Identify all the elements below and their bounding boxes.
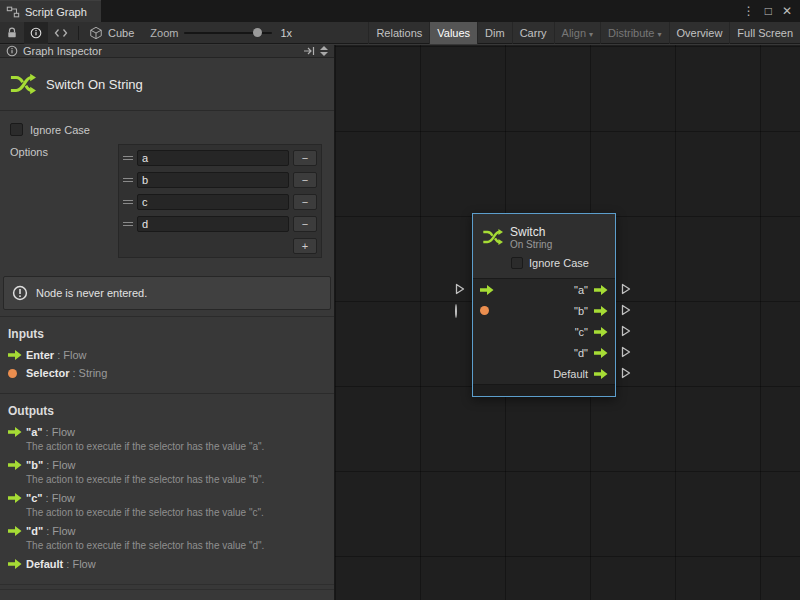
zoom-slider[interactable] (184, 28, 272, 38)
zoom-label: Zoom (150, 27, 178, 39)
carry-toggle[interactable]: Carry (512, 22, 554, 44)
ignore-case-checkbox[interactable] (511, 257, 523, 269)
ignore-case-row: Ignore Case (10, 123, 334, 136)
tab-script-graph[interactable]: Script Graph (0, 0, 101, 22)
port-name: "a" (26, 426, 43, 438)
option-input[interactable] (137, 216, 289, 232)
remove-option-button[interactable]: − (293, 172, 317, 188)
distribute-dropdown[interactable]: Distribute▾ (600, 22, 668, 44)
type-separator: : (63, 558, 72, 570)
window-controls: ⋮ □ ✕ (743, 0, 800, 22)
drag-handle-icon[interactable] (123, 178, 133, 182)
flow-port-icon (8, 558, 22, 570)
lock-button[interactable] (0, 22, 24, 44)
external-output-connector-d[interactable] (621, 346, 631, 358)
flow-output-port[interactable] (594, 368, 608, 380)
flow-output-port[interactable] (594, 347, 608, 359)
external-output-connector-a[interactable] (621, 283, 631, 295)
flow-output-port[interactable] (594, 305, 608, 317)
port-label: "a" (574, 284, 588, 296)
port-name: Enter (26, 349, 54, 361)
port-description: The action to execute if the selector ha… (26, 540, 334, 551)
cube-icon (89, 26, 103, 40)
flow-port-icon (8, 459, 22, 471)
option-input[interactable] (137, 172, 289, 188)
flow-output-port[interactable] (594, 284, 608, 296)
type-separator: : (54, 349, 63, 361)
port-label: "b" (574, 305, 588, 317)
node-port-row: "c" (473, 321, 615, 342)
dock-panel-icon[interactable] (303, 45, 315, 57)
string-port-icon (8, 369, 17, 378)
flow-input-port[interactable] (480, 284, 494, 296)
graph-canvas[interactable]: Switch On String Ignore Case (335, 45, 800, 600)
output-item: "b" : Flow The action to execute if the … (0, 459, 334, 485)
options-label: Options (10, 144, 118, 158)
drag-handle-icon[interactable] (123, 222, 133, 226)
add-option-button[interactable]: + (293, 238, 317, 254)
relations-toggle[interactable]: Relations (368, 22, 429, 44)
output-item: "a" : Flow The action to execute if the … (0, 426, 334, 452)
inspector-toggle-button[interactable] (24, 22, 48, 44)
option-input[interactable] (137, 150, 289, 166)
port-type: Flow (72, 558, 95, 570)
options-list: − − − (118, 144, 322, 258)
type-separator: : (43, 492, 52, 504)
option-row: − (121, 147, 319, 169)
full-screen-button[interactable]: Full Screen (729, 22, 800, 44)
port-label: "d" (574, 347, 588, 359)
code-view-button[interactable] (48, 22, 74, 44)
input-port-row: Selector : String (8, 367, 334, 379)
close-button[interactable]: ✕ (782, 4, 792, 18)
flow-output-port[interactable] (594, 326, 608, 338)
graph-owner-label: Cube (108, 27, 134, 39)
external-flow-input-connector[interactable] (455, 283, 465, 295)
external-output-connector-b[interactable] (621, 304, 631, 316)
external-selector-connector[interactable] (455, 305, 457, 317)
dim-toggle[interactable]: Dim (477, 22, 512, 44)
external-output-connector-default[interactable] (621, 367, 631, 379)
port-type: String (79, 367, 108, 379)
port-type: Flow (52, 525, 75, 537)
port-name: Default (26, 558, 63, 570)
window-menu-button[interactable]: ⋮ (743, 4, 755, 18)
toolbar-toggles: Relations Values Dim Carry Align▾ Distri… (368, 22, 800, 44)
graph-inspector-header: Graph Inspector (0, 45, 334, 58)
inputs-section: Inputs Enter : Flow Selector : String (0, 316, 334, 393)
script-graph-window: Script Graph ⋮ □ ✕ Cube Zoom 1x Re (0, 0, 800, 600)
port-name: Selector (26, 367, 69, 379)
remove-option-button[interactable]: − (293, 216, 317, 232)
remove-option-button[interactable]: − (293, 194, 317, 210)
type-separator: : (43, 525, 52, 537)
flow-port-icon (8, 426, 22, 438)
port-description: The action to execute if the selector ha… (26, 507, 334, 518)
triangle-port-icon (621, 283, 631, 295)
circle-port-icon (455, 304, 457, 318)
chevron-down-icon: ▾ (658, 30, 662, 39)
overview-button[interactable]: Overview (669, 22, 730, 44)
panel-scroll-spinner[interactable] (320, 46, 328, 56)
zoom-slider-handle[interactable] (253, 28, 262, 37)
remove-option-button[interactable]: − (293, 150, 317, 166)
option-row: − (121, 213, 319, 235)
drag-handle-icon[interactable] (123, 200, 133, 204)
drag-handle-icon[interactable] (123, 156, 133, 160)
triangle-port-icon (621, 304, 631, 316)
align-dropdown[interactable]: Align▾ (554, 22, 600, 44)
values-toggle[interactable]: Values (429, 22, 477, 44)
unit-title-section: Switch On String (0, 58, 334, 111)
tab-label: Script Graph (25, 6, 87, 18)
unit-title: Switch On String (46, 77, 143, 92)
graph-owner-button[interactable]: Cube (83, 22, 140, 44)
external-output-connector-c[interactable] (621, 325, 631, 337)
ignore-case-label: Ignore Case (30, 124, 90, 136)
option-input[interactable] (137, 194, 289, 210)
maximize-button[interactable]: □ (765, 4, 772, 18)
triangle-port-icon (621, 346, 631, 358)
port-description: The action to execute if the selector ha… (26, 474, 334, 485)
ignore-case-checkbox[interactable] (10, 123, 23, 136)
node-header[interactable]: Switch On String Ignore Case (473, 214, 615, 278)
switch-on-string-node[interactable]: Switch On String Ignore Case (472, 213, 616, 397)
selector-input-port[interactable] (480, 306, 489, 315)
warning-text: Node is never entered. (36, 287, 147, 299)
